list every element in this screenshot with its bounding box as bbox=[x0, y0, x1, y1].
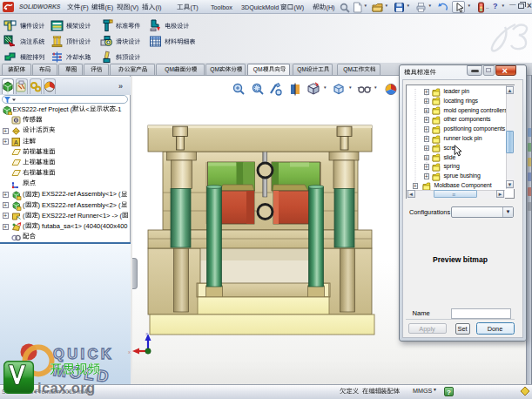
svg-text:x: x bbox=[128, 349, 131, 355]
svg-text:z: z bbox=[145, 331, 148, 336]
